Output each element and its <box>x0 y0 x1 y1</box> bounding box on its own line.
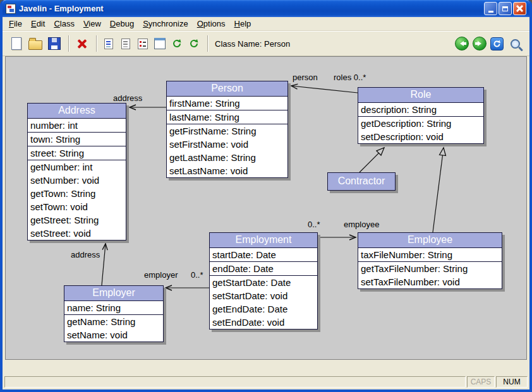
delete-button[interactable] <box>73 35 90 52</box>
close-button[interactable] <box>513 2 526 15</box>
save-button[interactable] <box>45 35 63 52</box>
class-title[interactable]: Employee <box>358 233 502 248</box>
method[interactable]: getTaxFileNumber: String <box>358 262 502 275</box>
attribute[interactable]: description: String <box>358 103 483 117</box>
edge-label-person-role[interactable]: person <box>293 73 318 82</box>
attribute[interactable]: startDate: Date <box>210 248 317 262</box>
new-document-icon <box>11 37 21 50</box>
class-box-employee[interactable]: Employee taxFileNumber: String getTaxFil… <box>358 232 502 289</box>
method[interactable]: setLastName: void <box>167 164 287 177</box>
inheritance-employee-role <box>433 148 444 232</box>
edge-label-employee-mult[interactable]: 0..* <box>308 220 320 229</box>
method[interactable]: getStartDate: Date <box>210 276 317 289</box>
maximize-button[interactable] <box>499 2 512 15</box>
edge-label-address-person[interactable]: address <box>113 93 142 103</box>
attribute[interactable]: endDate: Date <box>210 262 317 276</box>
menu-debug[interactable]: Debug <box>106 18 138 30</box>
method[interactable]: getFirstName: String <box>167 124 287 138</box>
method[interactable]: getName: String <box>64 315 163 328</box>
class-title[interactable]: Address <box>28 104 126 119</box>
toolbar-separator <box>207 35 209 52</box>
titlebar[interactable]: Javelin - Employment <box>3 0 529 17</box>
refresh-all-button[interactable] <box>186 36 202 51</box>
zoom-button[interactable] <box>507 36 523 51</box>
refresh-all-arrow-icon <box>189 39 199 49</box>
method[interactable]: setFirstName: void <box>167 138 287 151</box>
menu-synchronize[interactable]: Synchronize <box>138 18 193 30</box>
method[interactable]: getStreet: String <box>28 213 126 227</box>
minimize-button[interactable] <box>484 2 497 15</box>
menu-view[interactable]: View <box>79 18 106 30</box>
attribute[interactable]: town: String <box>28 133 126 146</box>
method[interactable]: setName: void <box>64 328 163 342</box>
console-button[interactable] <box>152 36 167 51</box>
menu-edit[interactable]: Edit <box>27 18 49 30</box>
minimize-icon <box>488 11 493 13</box>
num-lock-indicator: NUM <box>496 376 528 388</box>
class-title[interactable]: Person <box>167 81 287 97</box>
method[interactable]: setStartDate: void <box>210 289 317 302</box>
inheritance-contractor-role <box>360 148 384 172</box>
method[interactable]: setTown: void <box>28 200 126 213</box>
sync-button[interactable] <box>490 37 504 50</box>
forward-button[interactable] <box>473 37 487 50</box>
attribute[interactable]: lastName: String <box>167 110 287 124</box>
menu-options[interactable]: Options <box>193 18 230 30</box>
menu-file[interactable]: File <box>4 18 27 30</box>
open-button[interactable] <box>27 35 44 52</box>
back-button[interactable] <box>455 37 469 50</box>
method[interactable]: getLastName: String <box>167 151 287 164</box>
refresh-button[interactable] <box>169 36 184 51</box>
method[interactable]: getTown: String <box>28 187 126 200</box>
attribute[interactable]: number: int <box>28 119 126 133</box>
class-box-employer[interactable]: Employer name: String getName: String se… <box>64 285 164 342</box>
menu-help[interactable]: Help <box>230 18 256 30</box>
generate-doc-button[interactable] <box>101 36 116 51</box>
methods-compartment: getFirstName: String setFirstName: void … <box>167 124 287 177</box>
window-title: Javelin - Employment <box>19 4 104 13</box>
edge-label-roles-mult[interactable]: roles 0..* <box>334 73 366 82</box>
methods-compartment: getName: String setName: void <box>64 315 163 342</box>
class-title[interactable]: Role <box>358 88 483 103</box>
sync-arrow-icon <box>493 40 501 48</box>
attributes-compartment: description: String <box>358 103 483 117</box>
attributes-compartment: startDate: Date endDate: Date <box>210 248 317 276</box>
class-title[interactable]: Contractor <box>328 173 395 190</box>
toolbar-separator <box>96 35 97 52</box>
view-source-button[interactable] <box>118 36 133 51</box>
association-role-person <box>291 86 358 93</box>
task-list-button[interactable] <box>135 36 150 51</box>
method[interactable]: setEndDate: void <box>210 316 317 329</box>
attribute[interactable]: taxFileNumber: String <box>358 248 502 262</box>
methods-compartment: getTaxFileNumber: String setTaxFileNumbe… <box>358 262 502 288</box>
attribute[interactable]: firstName: String <box>167 97 287 110</box>
class-box-role[interactable]: Role description: String getDescription:… <box>358 87 484 144</box>
new-button[interactable] <box>8 35 25 52</box>
class-title[interactable]: Employer <box>64 286 163 301</box>
method[interactable]: setTaxFileNumber: void <box>358 275 502 288</box>
class-box-employment[interactable]: Employment startDate: Date endDate: Date… <box>209 232 318 330</box>
delete-x-icon <box>76 39 87 49</box>
menu-class[interactable]: Class <box>49 18 79 30</box>
class-title[interactable]: Employment <box>210 233 317 248</box>
method[interactable]: setDescription: void <box>358 130 483 143</box>
method[interactable]: getEndDate: Date <box>210 302 317 316</box>
class-box-person[interactable]: Person firstName: String lastName: Strin… <box>166 81 288 178</box>
class-box-contractor[interactable]: Contractor <box>327 172 396 191</box>
method[interactable]: getDescription: String <box>358 117 483 130</box>
edge-label-employer-mult[interactable]: 0..* <box>191 270 203 280</box>
method[interactable]: setStreet: void <box>28 227 126 240</box>
association-employer-address <box>102 244 106 285</box>
method[interactable]: getNumber: int <box>28 160 126 174</box>
edge-label-employee-role[interactable]: employee <box>344 220 379 229</box>
checklist-icon <box>138 39 148 49</box>
class-box-address[interactable]: Address number: int town: String street:… <box>27 103 126 241</box>
attributes-compartment: firstName: String lastName: String <box>167 97 287 124</box>
method[interactable]: setNumber: void <box>28 174 126 187</box>
attribute[interactable]: name: String <box>64 301 163 315</box>
attribute[interactable]: street: String <box>28 146 126 160</box>
edge-label-address-employer[interactable]: address <box>71 250 100 259</box>
edge-label-employer-role[interactable]: employer <box>144 270 178 280</box>
console-window-icon <box>154 38 166 49</box>
diagram-canvas[interactable]: Person firstName: String lastName: Strin… <box>5 56 527 360</box>
